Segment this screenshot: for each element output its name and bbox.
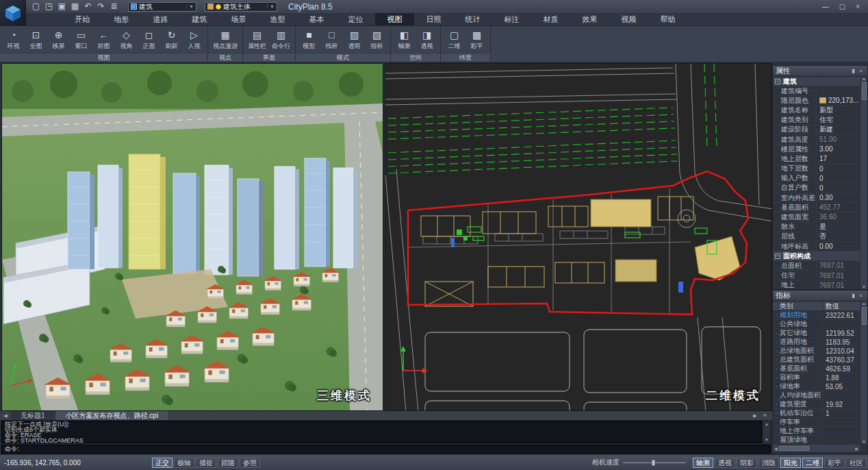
tab-scroll-right-icon[interactable]: ▶ <box>753 411 756 420</box>
property-row-地上[interactable]: 地上7697.01 <box>773 281 860 289</box>
console-tab[interactable]: 小区方案发布存视点、路径.cpi <box>56 411 168 420</box>
chevron-down-icon[interactable]: ▼ <box>267 4 275 9</box>
view-toggle-阴影[interactable]: 阴影 <box>737 458 757 468</box>
scroll-up-icon[interactable]: ▲ <box>862 77 866 81</box>
ribbon-button-环视[interactable]: ◔环视 <box>3 29 24 51</box>
menu-item-视频[interactable]: 视频 <box>609 13 648 25</box>
ribbon-button-移屏[interactable]: ⊕移屏 <box>48 29 69 51</box>
property-row-随层颜色[interactable]: 随层颜色220,173... <box>773 96 860 106</box>
maximize-button[interactable]: ▢ <box>839 1 845 12</box>
property-row-建筑名称[interactable]: 建筑名称新型 <box>773 106 860 116</box>
menu-item-帮助[interactable]: 帮助 <box>648 13 687 25</box>
property-row-地上层数[interactable]: 地上层数17 <box>773 154 860 164</box>
style-dropdown[interactable]: 建筑主体 ▼ <box>205 2 277 12</box>
ribbon-button-模型[interactable]: ■模型 <box>298 29 320 51</box>
close-icon[interactable]: × <box>857 66 865 76</box>
property-row-建筑高度[interactable]: 建筑高度51.00 <box>773 135 860 145</box>
property-value[interactable]: 新建 <box>817 125 860 134</box>
menu-item-场景[interactable]: 场景 <box>219 13 258 25</box>
toggle-正交[interactable]: 正交 <box>152 458 173 468</box>
property-row-层线[interactable]: 层线否 <box>773 232 860 242</box>
chevron-down-icon[interactable]: ▼ <box>186 4 194 9</box>
close-button[interactable]: × <box>856 1 860 12</box>
camera-speed-slider[interactable] <box>623 460 686 466</box>
undo-icon[interactable]: ↶ <box>82 1 94 12</box>
ribbon-button-人视[interactable]: ▷人视 <box>183 29 205 51</box>
indicators-scrollbar[interactable]: ▲ ▼ <box>860 301 867 444</box>
scroll-down-icon[interactable]: ▼ <box>862 440 866 444</box>
menu-item-定位[interactable]: 定位 <box>336 13 375 25</box>
property-row-散水[interactable]: 散水是 <box>773 223 860 232</box>
indicator-row-屋顶绿地[interactable]: 屋顶绿地 <box>773 436 860 444</box>
ribbon-button-刷新[interactable]: ↻刷新 <box>161 29 182 51</box>
property-row-楼层属性[interactable]: 楼层属性3.00 <box>773 145 860 154</box>
collapse-icon[interactable]: − <box>775 253 780 259</box>
layer-checkbox-icon[interactable]: ✓ <box>131 3 137 10</box>
ribbon-button-指标[interactable]: ▧指标 <box>366 29 387 51</box>
console-tab[interactable]: 无标题1 <box>11 411 55 420</box>
ribbon-button-全图[interactable]: ⊡全图 <box>25 29 47 51</box>
menu-item-建筑[interactable]: 建筑 <box>180 13 219 25</box>
pin-icon[interactable]: ▮ <box>850 66 857 76</box>
property-value[interactable]: 是 <box>817 222 860 232</box>
view-toggle-轴测[interactable]: 轴测 <box>693 458 713 468</box>
collapse-icon[interactable]: − <box>775 79 780 84</box>
scroll-up-icon[interactable]: ▲ <box>862 301 866 306</box>
viewport-3d[interactable]: 三维模式 <box>1 63 383 411</box>
toggle-捕捉[interactable]: 捕捉 <box>196 458 216 468</box>
ribbon-button-轴测[interactable]: ◧轴测 <box>394 29 415 51</box>
slider-handle[interactable] <box>652 460 655 466</box>
property-section-面积构成[interactable]: −面积构成 <box>773 251 860 261</box>
property-row-建设阶段[interactable]: 建设阶段新建 <box>773 125 860 135</box>
ribbon-button-属性栏[interactable]: ▤属性栏 <box>246 29 268 51</box>
property-row-总面积[interactable]: 总面积7697.01 <box>773 261 860 271</box>
properties-scrollbar[interactable]: ▲ ▼ <box>860 77 867 289</box>
ribbon-button-二维[interactable]: ▢二维 <box>444 29 465 51</box>
property-row-基底面积[interactable]: 基底面积452.77 <box>773 203 860 212</box>
view-toggle-透视[interactable]: 透视 <box>715 458 735 468</box>
3d-scene-canvas[interactable] <box>2 64 383 411</box>
ribbon-button-透明[interactable]: ▨透明 <box>344 29 365 51</box>
property-value[interactable]: 0 <box>817 184 860 192</box>
property-row-住宅[interactable]: 住宅7697.01 <box>773 271 860 280</box>
ribbon-button-视点漫游[interactable]: ▦视点漫游 <box>211 29 240 51</box>
scroll-down-icon[interactable]: ▼ <box>862 285 866 289</box>
new-file-icon[interactable]: ▢ <box>30 1 42 12</box>
toggle-参照[interactable]: 参照 <box>240 458 260 468</box>
menu-item-效果[interactable]: 效果 <box>570 13 609 25</box>
ribbon-button-线框[interactable]: □线框 <box>321 29 342 51</box>
scroll-thumb[interactable] <box>862 307 867 325</box>
property-value[interactable]: 3.00 <box>817 145 860 153</box>
layers-icon[interactable]: ≣ <box>108 1 120 12</box>
property-value[interactable]: 0.00 <box>817 243 860 250</box>
property-value[interactable]: 36.60 <box>817 213 860 221</box>
tab-close-icon[interactable]: × <box>763 411 767 420</box>
scroll-right-icon[interactable]: ▶ <box>855 446 858 451</box>
toggle-极轴[interactable]: 极轴 <box>174 458 194 468</box>
property-row-建筑编号[interactable]: 建筑编号 <box>773 86 860 96</box>
property-value[interactable]: 7697.01 <box>817 272 860 280</box>
property-section-建筑[interactable]: −建筑 <box>773 77 860 86</box>
property-value[interactable]: 否 <box>817 232 860 241</box>
menu-item-开始[interactable]: 开始 <box>63 13 102 25</box>
open-file-icon[interactable]: ◳ <box>43 1 55 12</box>
ribbon-button-视角[interactable]: ◇视角 <box>116 29 137 51</box>
menu-item-材质[interactable]: 材质 <box>531 13 570 25</box>
property-value[interactable]: 0 <box>817 175 860 182</box>
tab-scroll-left-icon[interactable]: ◀ <box>0 411 11 420</box>
property-value[interactable]: 220,173... <box>817 97 860 104</box>
property-row-地下层数[interactable]: 地下层数0 <box>773 164 860 174</box>
redo-icon[interactable]: ↷ <box>95 1 107 12</box>
scroll-thumb[interactable] <box>779 446 809 451</box>
ribbon-button-窗口[interactable]: ▭窗口 <box>71 29 92 51</box>
property-value[interactable]: 7697.01 <box>817 262 860 269</box>
property-value[interactable]: 0 <box>817 165 860 173</box>
property-value[interactable]: 17 <box>817 155 860 162</box>
layer-dropdown[interactable]: ✓ 建筑 ▼ <box>128 2 196 12</box>
menu-item-统计[interactable]: 统计 <box>453 13 492 25</box>
save-icon[interactable]: ▣ <box>56 1 68 12</box>
view-toggle-二维[interactable]: 二维 <box>802 458 823 468</box>
menu-item-日照[interactable]: 日照 <box>414 13 453 25</box>
property-row-输入户数[interactable]: 输入户数0 <box>773 174 860 184</box>
property-row-建筑类别[interactable]: 建筑类别住宅 <box>773 116 860 125</box>
